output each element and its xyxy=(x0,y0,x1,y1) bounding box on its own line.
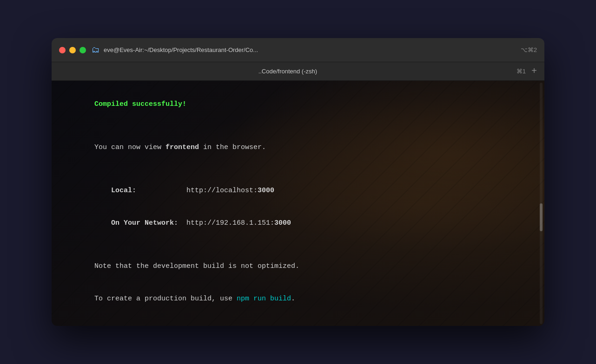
maximize-button[interactable] xyxy=(79,47,86,53)
titlebar: 🗂 eve@Eves-Air:~/Desktop/Projects/Restau… xyxy=(52,38,544,62)
create-post: . xyxy=(291,295,295,303)
note-text: Note that the development build is not o… xyxy=(94,262,299,270)
tabbar: ..Code/frontend (-zsh) ⌘1 + xyxy=(52,62,544,81)
create-line: To create a production build, use npm ru… xyxy=(61,283,529,315)
local-line: Local: http://localhost:3000 xyxy=(61,175,529,207)
terminal-body[interactable]: Compiled successfully! You can now view … xyxy=(52,81,544,326)
npm-cmd: npm run build xyxy=(237,295,291,303)
tab-label[interactable]: ..Code/frontend (-zsh) xyxy=(59,68,517,75)
network-label: On Your Network: xyxy=(111,219,178,227)
new-tab-button[interactable]: + xyxy=(531,66,537,77)
network-port: 3000 xyxy=(274,219,291,227)
blank-2 xyxy=(61,164,529,175)
window-shortcut: ⌥⌘2 xyxy=(521,46,537,53)
scrollbar[interactable] xyxy=(538,81,544,326)
view-line: You can now view frontend in the browser… xyxy=(61,131,529,164)
network-spaces xyxy=(178,219,186,227)
local-indent xyxy=(94,187,111,195)
blank-3 xyxy=(61,240,529,250)
webpack-line: webpack compiled successfully xyxy=(61,326,529,326)
note-line: Note that the development build is not o… xyxy=(61,250,529,283)
view-post: in the browser. xyxy=(199,143,266,151)
blank-1 xyxy=(61,121,529,131)
compiled-line: Compiled successfully! xyxy=(61,88,529,121)
scrollbar-thumb[interactable] xyxy=(540,203,543,231)
traffic-lights xyxy=(59,47,86,53)
blank-4 xyxy=(61,315,529,325)
compiled-text: Compiled successfully! xyxy=(94,100,186,108)
network-indent xyxy=(94,219,111,227)
view-app: frontend xyxy=(166,143,199,151)
window-title: eve@Eves-Air:~/Desktop/Projects/Restaura… xyxy=(104,46,521,53)
local-spaces xyxy=(136,187,186,195)
local-port: 3000 xyxy=(258,187,274,195)
view-pre: You can now view xyxy=(94,143,166,151)
terminal-content[interactable]: Compiled successfully! You can now view … xyxy=(52,81,538,326)
terminal-window[interactable]: 🗂 eve@Eves-Air:~/Desktop/Projects/Restau… xyxy=(52,38,544,326)
create-pre: To create a production build, use xyxy=(94,295,237,303)
folder-icon: 🗂 xyxy=(92,45,100,55)
network-line: On Your Network: http://192.168.1.151:30… xyxy=(61,207,529,240)
minimize-button[interactable] xyxy=(69,47,76,53)
local-label: Local: xyxy=(111,187,136,195)
tab-shortcut: ⌘1 xyxy=(517,68,526,75)
scrollbar-track xyxy=(540,83,543,324)
close-button[interactable] xyxy=(59,47,66,53)
network-url-pre: http://192.168.1.151: xyxy=(186,219,274,227)
local-url-pre: http://localhost: xyxy=(186,187,258,195)
